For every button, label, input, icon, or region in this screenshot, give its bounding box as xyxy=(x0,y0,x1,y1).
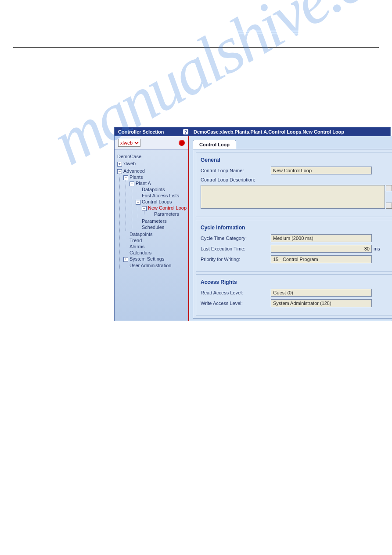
scroll-up-icon[interactable] xyxy=(386,185,392,191)
field-priority[interactable] xyxy=(271,255,372,263)
tree-item-trend[interactable]: Trend xyxy=(129,238,142,243)
textarea-cl-desc[interactable] xyxy=(201,185,385,209)
tree-item-control-loops[interactable]: Control Loops xyxy=(142,199,172,204)
section-general: General Control Loop Name: Control Loop … xyxy=(196,152,392,217)
section-cycle-title: Cycle Information xyxy=(201,225,392,231)
label-cl-desc: Control Loop Description: xyxy=(201,177,271,182)
tab-control-loop[interactable]: Control Loop xyxy=(193,140,236,149)
help-icon[interactable]: ? xyxy=(183,129,188,134)
tree-toggle-new-control-loop[interactable]: − xyxy=(142,206,147,211)
tree-item-plants[interactable]: Plants xyxy=(129,174,143,180)
scrollbar xyxy=(386,185,392,209)
divider-mid xyxy=(13,34,379,34)
tree-item-calendars[interactable]: Calendars xyxy=(129,250,151,255)
section-access: Access Rights Read Access Level: Write A… xyxy=(196,274,392,316)
breadcrumb: DemoCase.xlweb.Plants.Plant A.Control Lo… xyxy=(194,129,344,134)
field-last-exec xyxy=(271,245,372,253)
field-cycle-cat[interactable] xyxy=(271,234,372,242)
tree-item-parameters[interactable]: Parameters xyxy=(142,218,167,224)
content-area: Control Loop General Control Loop Name: … xyxy=(189,136,392,321)
tree-item-xlweb[interactable]: xlweb xyxy=(123,161,136,166)
field-write-access[interactable] xyxy=(271,299,372,307)
tree-toggle-plant-a[interactable]: − xyxy=(129,181,134,186)
section-general-title: General xyxy=(201,157,392,163)
label-write-access: Write Access Level: xyxy=(201,301,271,306)
navigation-tree: DemoCase +xlweb −Advanced −Plants xyxy=(115,150,188,273)
tree-item-fast-access[interactable]: Fast Access Lists xyxy=(142,193,179,198)
label-priority: Priority for Writing: xyxy=(201,257,271,262)
scroll-down-icon[interactable] xyxy=(386,203,392,209)
controller-dropdown[interactable]: xlweb xyxy=(118,139,140,147)
tree-item-alarms[interactable]: Alarms xyxy=(129,244,144,249)
label-ms-unit: ms xyxy=(374,246,380,251)
label-last-exec: Last Execution Time: xyxy=(201,246,271,251)
tree-toggle-advanced[interactable]: − xyxy=(117,169,122,174)
tree-item-advanced[interactable]: Advanced xyxy=(123,168,145,174)
controller-select-row: xlweb xyxy=(115,136,188,150)
section-access-title: Access Rights xyxy=(201,279,392,285)
panel: General Control Loop Name: Control Loop … xyxy=(193,149,392,319)
tree-toggle-plants[interactable]: − xyxy=(123,175,128,180)
tree-toggle-system-settings[interactable]: + xyxy=(123,257,128,262)
tree-toggle-xlweb[interactable]: + xyxy=(117,162,122,167)
section-cycle: Cycle Information Cycle Time Category: L… xyxy=(196,220,392,272)
tab-row: Control Loop xyxy=(189,136,392,149)
sidebar: xlweb DemoCase +xlweb −Advanced xyxy=(115,136,189,321)
tree-item-schedules[interactable]: Schedules xyxy=(142,225,164,230)
tree-root[interactable]: DemoCase xyxy=(117,154,141,159)
label-cycle-cat: Cycle Time Category: xyxy=(201,236,271,241)
divider-top xyxy=(13,31,379,31)
tree-item-plant-a[interactable]: Plant A xyxy=(136,181,151,186)
titlebar: Controller Selection ? DemoCase.xlweb.Pl… xyxy=(115,127,390,136)
app-window: Controller Selection ? DemoCase.xlweb.Pl… xyxy=(114,127,391,321)
tree-item-datapoints-a[interactable]: Datapoints xyxy=(142,187,165,192)
tree-item-new-control-loop[interactable]: New Control Loop xyxy=(148,205,187,210)
label-read-access: Read Access Level: xyxy=(201,290,271,295)
input-cl-name[interactable] xyxy=(271,167,372,174)
tree-item-cl-parameters[interactable]: Parameters xyxy=(154,211,179,217)
field-read-access[interactable] xyxy=(271,289,372,297)
divider-bot xyxy=(13,47,379,48)
status-dot-icon xyxy=(179,140,185,146)
tree-item-system-settings[interactable]: System Settings xyxy=(129,256,164,261)
tree-item-datapoints[interactable]: Datapoints xyxy=(129,232,153,237)
titlebar-left-label: Controller Selection xyxy=(118,129,164,134)
tree-item-user-admin[interactable]: User Administration xyxy=(129,263,171,268)
tree-toggle-control-loops[interactable]: − xyxy=(136,200,140,205)
label-cl-name: Control Loop Name: xyxy=(201,168,271,173)
